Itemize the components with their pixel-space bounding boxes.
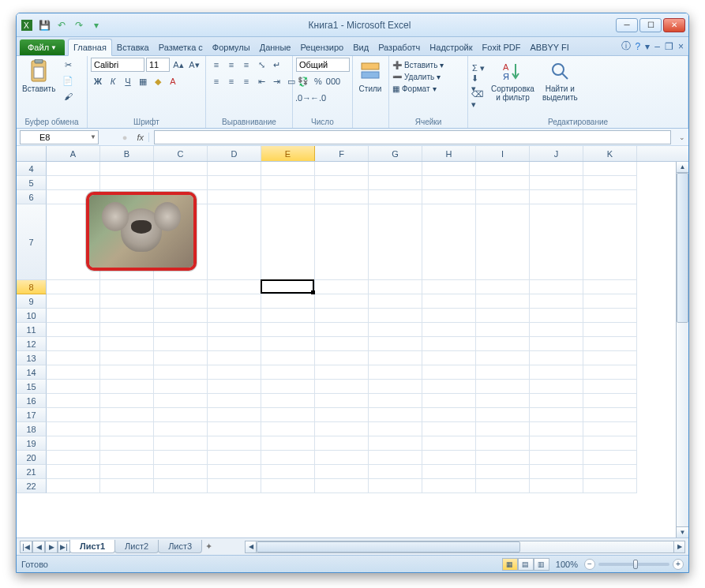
- tab-foxit[interactable]: Foxit PDF: [478, 39, 526, 55]
- select-all-corner[interactable]: [17, 146, 47, 161]
- cell[interactable]: [208, 323, 261, 337]
- cell[interactable]: [583, 408, 637, 422]
- cell[interactable]: [208, 465, 261, 479]
- styles-button[interactable]: Стили: [356, 58, 384, 95]
- column-header-D[interactable]: D: [208, 146, 261, 161]
- ribbon-options-icon[interactable]: ▾: [645, 41, 650, 52]
- scroll-right-icon[interactable]: ▶: [673, 541, 684, 552]
- cell[interactable]: [530, 465, 583, 479]
- cell[interactable]: [583, 190, 637, 204]
- cell[interactable]: [369, 294, 422, 309]
- hscroll-thumb[interactable]: [257, 541, 519, 552]
- cell[interactable]: [47, 436, 100, 451]
- cell[interactable]: [261, 479, 315, 493]
- row-header-6[interactable]: 6: [17, 190, 47, 204]
- cell[interactable]: [422, 365, 476, 380]
- cell[interactable]: [261, 162, 315, 176]
- cut-icon[interactable]: ✂: [61, 58, 75, 72]
- align-right-icon[interactable]: ≡: [239, 74, 253, 88]
- cell[interactable]: [369, 380, 422, 394]
- cell[interactable]: [530, 394, 583, 408]
- cell[interactable]: [476, 323, 530, 337]
- cell[interactable]: [315, 436, 369, 451]
- cell[interactable]: [369, 162, 422, 176]
- cell[interactable]: [530, 204, 583, 280]
- cell[interactable]: [208, 280, 261, 294]
- cell[interactable]: [369, 365, 422, 380]
- row-header-17[interactable]: 17: [17, 408, 47, 422]
- cell[interactable]: [315, 162, 369, 176]
- cell[interactable]: [583, 309, 637, 323]
- tab-pagelayout[interactable]: Разметка с: [154, 39, 208, 55]
- column-header-F[interactable]: F: [315, 146, 369, 161]
- row-header-9[interactable]: 9: [17, 294, 47, 309]
- cell[interactable]: [100, 465, 154, 479]
- cell[interactable]: [476, 294, 530, 309]
- decrease-indent-icon[interactable]: ⇤: [254, 74, 268, 88]
- cell[interactable]: [154, 176, 208, 190]
- cell[interactable]: [315, 294, 369, 309]
- cell[interactable]: [422, 436, 476, 451]
- cell[interactable]: [530, 479, 583, 493]
- cell[interactable]: [583, 280, 637, 294]
- format-cells-button[interactable]: ▦Формат ▾: [392, 84, 437, 93]
- cell[interactable]: [530, 351, 583, 365]
- cell[interactable]: [100, 451, 154, 465]
- cell[interactable]: [476, 408, 530, 422]
- align-bottom-icon[interactable]: ≡: [239, 58, 253, 72]
- formula-bar[interactable]: [154, 130, 671, 144]
- grid-rows[interactable]: 45678910111213141516171819202122: [17, 162, 688, 537]
- sort-filter-button[interactable]: АЯ Сортировка и фильтр: [489, 58, 537, 103]
- cell[interactable]: [315, 465, 369, 479]
- cell[interactable]: [476, 204, 530, 280]
- cell[interactable]: [530, 408, 583, 422]
- shrink-font-icon[interactable]: A▾: [187, 58, 201, 72]
- cell[interactable]: [100, 422, 154, 436]
- cell[interactable]: [261, 380, 315, 394]
- column-header-K[interactable]: K: [583, 146, 637, 161]
- row-header-7[interactable]: 7: [17, 204, 47, 280]
- column-header-H[interactable]: H: [422, 146, 476, 161]
- cell[interactable]: [422, 176, 476, 190]
- cell[interactable]: [261, 294, 315, 309]
- cell[interactable]: [583, 436, 637, 451]
- cell[interactable]: [100, 408, 154, 422]
- mdi-minimize-icon[interactable]: –: [654, 41, 660, 52]
- minimize-button[interactable]: ─: [616, 18, 638, 32]
- scroll-down-icon[interactable]: ▼: [677, 526, 688, 537]
- cell[interactable]: [530, 280, 583, 294]
- cell[interactable]: [476, 309, 530, 323]
- cell[interactable]: [261, 422, 315, 436]
- align-center-icon[interactable]: ≡: [224, 74, 238, 88]
- cell[interactable]: [47, 323, 100, 337]
- cell[interactable]: [100, 380, 154, 394]
- row-header-5[interactable]: 5: [17, 176, 47, 190]
- cell[interactable]: [261, 351, 315, 365]
- cell[interactable]: [369, 479, 422, 493]
- cell[interactable]: [154, 465, 208, 479]
- row-header-10[interactable]: 10: [17, 309, 47, 323]
- close-button[interactable]: ✕: [663, 18, 685, 32]
- cell[interactable]: [47, 408, 100, 422]
- cell[interactable]: [100, 337, 154, 351]
- page-layout-view-icon[interactable]: ▤: [518, 558, 534, 571]
- row-header-14[interactable]: 14: [17, 365, 47, 380]
- new-sheet-icon[interactable]: ✦: [205, 541, 221, 552]
- align-top-icon[interactable]: ≡: [209, 58, 223, 72]
- italic-button[interactable]: К: [106, 74, 120, 88]
- cell[interactable]: [476, 479, 530, 493]
- cell[interactable]: [422, 408, 476, 422]
- cell[interactable]: [583, 323, 637, 337]
- cell[interactable]: [369, 436, 422, 451]
- cell[interactable]: [583, 204, 637, 280]
- cell[interactable]: [530, 337, 583, 351]
- fx-icon[interactable]: fx: [137, 133, 144, 142]
- fill-color-button[interactable]: ◆: [151, 74, 165, 88]
- cell[interactable]: [369, 422, 422, 436]
- clear-icon[interactable]: ⌫ ▾: [471, 92, 486, 107]
- cell[interactable]: [422, 422, 476, 436]
- sheet-tab-1[interactable]: Лист1: [69, 540, 115, 553]
- redo-icon[interactable]: ↷: [72, 18, 86, 32]
- cell[interactable]: [100, 351, 154, 365]
- font-name-select[interactable]: Calibri: [91, 58, 144, 72]
